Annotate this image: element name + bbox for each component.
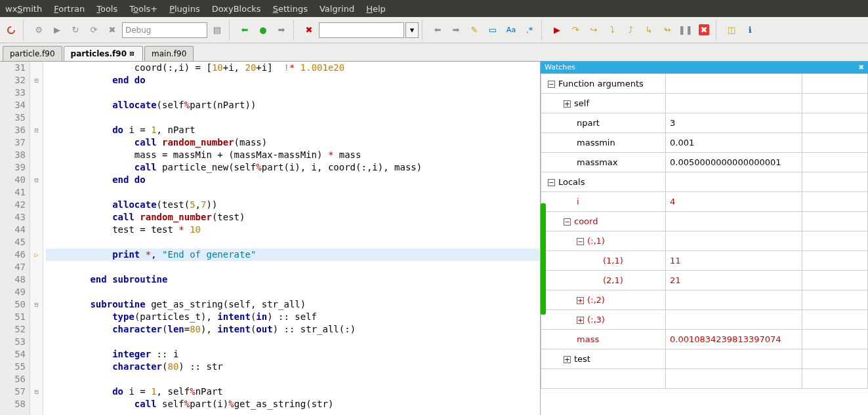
code-line[interactable]: call particle_new(self%part(i), i, coord…	[46, 161, 540, 174]
code-line[interactable]: allocate(test(5,7))	[46, 199, 540, 211]
step-into-icon[interactable]: ⤵	[604, 22, 621, 39]
expand-icon[interactable]: −	[564, 218, 571, 226]
menu-tools[interactable]: Tools	[96, 4, 117, 14]
menu-fortran[interactable]: Fortran	[54, 4, 85, 14]
code-line[interactable]: print *, "End of generate"	[46, 248, 540, 261]
code-line[interactable]: character(80) :: str	[46, 361, 540, 373]
debug-windows-icon[interactable]: ◫	[723, 22, 740, 39]
menu-settings[interactable]: Settings	[273, 4, 308, 14]
watch-row[interactable]: mass0.0010834239813397074	[541, 330, 868, 349]
menu-doxyblocks[interactable]: DoxyBlocks	[212, 4, 261, 14]
info-icon[interactable]: ℹ	[741, 22, 758, 39]
fold-column[interactable]: ⊟⊟⊟▷⊟⊟	[30, 62, 43, 415]
code-line[interactable]: mass = massMin + (massMax-massMin) * mas…	[46, 149, 540, 161]
watches-table[interactable]: −Function arguments+selfnpart3massmin0.0…	[541, 73, 868, 389]
expand-icon[interactable]: +	[564, 356, 571, 363]
watch-row[interactable]: (1,1)11	[541, 251, 868, 271]
expand-icon[interactable]: +	[564, 100, 571, 108]
watch-row[interactable]: +self	[541, 94, 868, 113]
menu-plugins[interactable]: Plugins	[169, 4, 200, 14]
expand-icon[interactable]: −	[577, 238, 584, 245]
expand-icon[interactable]: −	[548, 179, 555, 186]
code-line[interactable]: do i = 1, nPart	[46, 124, 540, 136]
tab-particles-f90[interactable]: particles.f90⊠	[64, 46, 143, 61]
editor-content[interactable]: coord(:,i) = [10+i, 20+i] !* 1.001e20 en…	[43, 62, 540, 415]
case-icon[interactable]: Aa	[503, 22, 520, 39]
code-editor[interactable]: 3132333435363738394041424344454647484950…	[0, 62, 540, 415]
watch-row[interactable]: (2,1)21	[541, 271, 868, 290]
watch-row[interactable]	[541, 369, 868, 389]
code-line[interactable]: end subroutine	[46, 273, 540, 286]
menu-valgrind[interactable]: Valgrind	[320, 4, 354, 14]
code-line[interactable]: coord(:,i) = [10+i, 20+i] !* 1.001e20	[46, 62, 540, 74]
nav-fwd-icon[interactable]: ➡	[447, 22, 465, 39]
step-next-icon[interactable]: ↪	[585, 22, 602, 39]
run-to-cursor-icon[interactable]: ↷	[567, 22, 584, 39]
watch-row[interactable]: +(:,3)	[541, 310, 868, 330]
code-line[interactable]	[46, 87, 540, 99]
watch-row[interactable]: npart3	[541, 113, 868, 133]
code-line[interactable]	[46, 336, 540, 348]
stop-debug-icon[interactable]: ✖	[695, 22, 713, 39]
tab-main-f90[interactable]: main.f90	[144, 46, 194, 61]
code-line[interactable]: call random_number(mass)	[46, 136, 540, 149]
code-line[interactable]	[46, 286, 540, 298]
step-out-icon[interactable]: ⤴	[622, 22, 639, 39]
close-icon[interactable]: ✖	[859, 64, 864, 71]
search-dropdown[interactable]: ▾	[405, 22, 419, 38]
watch-row[interactable]: −Locals	[541, 172, 868, 192]
code-line[interactable]	[46, 236, 540, 248]
expand-icon[interactable]: −	[548, 81, 555, 88]
regex-icon[interactable]: .*	[521, 22, 538, 39]
code-line[interactable]: integer :: i	[46, 348, 540, 361]
watch-row[interactable]: +test	[541, 349, 868, 369]
watch-row[interactable]: massmin0.001	[541, 133, 868, 153]
code-line[interactable]: end do	[46, 74, 540, 87]
close-icon[interactable]: ⊠	[129, 50, 136, 57]
expand-icon[interactable]: +	[577, 317, 584, 324]
code-line[interactable]: end do	[46, 174, 540, 186]
nav-back-icon[interactable]: ⬅	[429, 22, 446, 39]
code-line[interactable]: test = test * 10	[46, 224, 540, 236]
pause-icon[interactable]: ❚❚	[677, 22, 694, 39]
watch-row[interactable]: massmax0.0050000000000000001	[541, 153, 868, 172]
play-icon[interactable]: ▶	[49, 22, 66, 39]
menu-wxsmith[interactable]: wxSmith	[5, 4, 42, 14]
code-line[interactable]	[46, 261, 540, 273]
code-line[interactable]: type(particles_t), intent(in) :: self	[46, 311, 540, 323]
expand-icon[interactable]: +	[577, 297, 584, 304]
select-icon[interactable]: ▭	[484, 22, 501, 39]
code-line[interactable]	[46, 373, 540, 385]
menu-help[interactable]: Help	[366, 4, 386, 14]
watch-row[interactable]: i4	[541, 192, 868, 212]
search-input[interactable]	[319, 22, 404, 38]
cancel-icon[interactable]: ✖	[300, 22, 318, 39]
reload-icon[interactable]: ↻	[67, 22, 84, 39]
gear-icon[interactable]: ⚙	[30, 22, 47, 39]
code-line[interactable]: do i = 1, self%nPart	[46, 385, 540, 398]
debug-run-icon[interactable]: ▶	[548, 22, 566, 39]
code-line[interactable]: character(len=80), intent(out) :: str_al…	[46, 323, 540, 336]
code-line[interactable]: subroutine get_as_string(self, str_all)	[46, 298, 540, 311]
menu-tools+[interactable]: Tools+	[129, 4, 157, 14]
refresh-icon[interactable]	[3, 22, 20, 39]
list-icon[interactable]: ▤	[209, 22, 226, 39]
jump-back-icon[interactable]: ⬅	[236, 22, 253, 39]
rebuild-icon[interactable]: ⟳	[85, 22, 102, 39]
build-target-select[interactable]: Debug	[122, 22, 207, 38]
step-over-icon[interactable]: ↬	[659, 22, 676, 39]
highlight-icon[interactable]: ✎	[466, 22, 483, 39]
watch-row[interactable]: −(:,1)	[541, 231, 868, 251]
watch-row[interactable]: +(:,2)	[541, 290, 868, 310]
watch-row[interactable]: −Function arguments	[541, 74, 868, 94]
jump-forward-icon[interactable]: ➡	[273, 22, 290, 39]
code-line[interactable]: call random_number(test)	[46, 211, 540, 224]
stop-build-icon[interactable]: ✖	[104, 22, 121, 39]
code-line[interactable]	[46, 111, 540, 124]
code-line[interactable]	[46, 186, 540, 199]
step-instr-icon[interactable]: ↳	[640, 22, 657, 39]
code-line[interactable]: allocate(self%part(nPart))	[46, 99, 540, 111]
breakpoint-icon[interactable]: ●	[255, 22, 272, 39]
watch-row[interactable]: −coord	[541, 212, 868, 231]
watches-titlebar[interactable]: Watches ✖	[541, 62, 868, 73]
